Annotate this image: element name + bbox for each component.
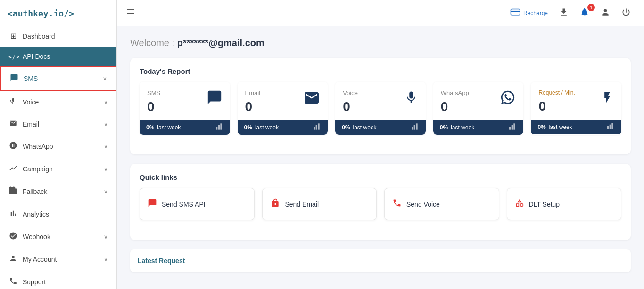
- whatsapp-card-value: 0: [441, 99, 469, 114]
- recharge-button[interactable]: Recharge: [506, 6, 552, 20]
- todays-report-title: Today's Report: [140, 67, 621, 75]
- todays-report-section: Today's Report SMS 0 0%: [130, 58, 631, 154]
- welcome-prefix: Welcome :: [130, 38, 177, 48]
- email-bar-icon: [314, 123, 321, 131]
- quick-links-title: Quick links: [140, 173, 621, 181]
- send-sms-icon: [148, 198, 157, 210]
- svg-rect-6: [316, 125, 317, 130]
- email-week-label: last week: [255, 124, 279, 131]
- sidebar-item-label: Dashboard: [23, 32, 55, 40]
- dlt-setup-icon: [515, 198, 524, 210]
- sidebar-item-sms[interactable]: SMS ∨: [0, 66, 116, 91]
- campaign-chevron-icon: ∨: [104, 166, 108, 172]
- svg-rect-13: [514, 123, 515, 129]
- voice-card-label: Voice: [343, 89, 358, 96]
- sidebar-item-fallback[interactable]: Fallback ∨: [0, 180, 116, 203]
- send-voice-icon: [392, 198, 402, 210]
- sidebar-item-dashboard[interactable]: ⊞ Dashboard: [0, 25, 116, 47]
- quick-link-send-voice[interactable]: Send Voice: [384, 188, 499, 220]
- sms-card-label: SMS: [147, 89, 160, 96]
- webhook-chevron-icon: ∨: [104, 233, 108, 240]
- download-button[interactable]: [555, 6, 572, 20]
- email-card-bottom: 0% last week: [238, 120, 328, 135]
- request-card-label: Request / Min.: [538, 89, 575, 96]
- svg-rect-16: [611, 123, 613, 129]
- request-card-bottom: 0% last week: [531, 120, 621, 134]
- sidebar-item-email[interactable]: Email ∨: [0, 113, 116, 135]
- voice-report-card: Voice 0 0% last week: [335, 82, 426, 135]
- sidebar-item-label: Analytics: [23, 210, 49, 218]
- sidebar-item-api-docs[interactable]: </> API Docs: [0, 47, 116, 66]
- notification-button[interactable]: 1: [576, 6, 593, 20]
- whatsapp-card-bottom: 0% last week: [433, 120, 524, 135]
- sidebar-logo: <authkey.io/>: [0, 0, 116, 25]
- notification-badge: 1: [587, 4, 595, 11]
- whatsapp-card-label: WhatsApp: [441, 89, 469, 96]
- svg-rect-10: [416, 123, 417, 129]
- sms-bar-icon: [216, 123, 223, 131]
- email-pct: 0%: [244, 124, 252, 131]
- power-button[interactable]: [618, 6, 635, 20]
- request-pct: 0%: [537, 124, 545, 130]
- voice-week-label: last week: [353, 124, 377, 131]
- svg-rect-11: [509, 127, 511, 130]
- sms-report-card: SMS 0 0% last week: [140, 82, 230, 135]
- quick-link-send-sms[interactable]: Send SMS API: [140, 188, 255, 220]
- dlt-setup-label: DLT Setup: [529, 201, 560, 208]
- sidebar-item-my-account[interactable]: My Account ∨: [0, 248, 116, 271]
- sidebar-item-analytics[interactable]: Analytics: [0, 203, 116, 225]
- download-icon: [559, 8, 569, 18]
- sidebar-item-label: Support: [23, 278, 46, 286]
- welcome-user: p*******@gmail.com: [177, 38, 264, 48]
- whatsapp-week-label: last week: [451, 124, 474, 131]
- power-icon: [621, 8, 631, 18]
- welcome-message: Welcome : p*******@gmail.com: [130, 38, 631, 48]
- send-voice-label: Send Voice: [406, 201, 440, 208]
- sidebar-item-label: Email: [23, 120, 39, 128]
- email-card-label: Email: [245, 89, 261, 96]
- svg-rect-4: [220, 123, 222, 129]
- request-week-label: last week: [549, 124, 572, 130]
- sidebar-item-support[interactable]: Support: [0, 271, 116, 289]
- svg-rect-1: [511, 11, 520, 12]
- content-area: Welcome : p*******@gmail.com Today's Rep…: [117, 26, 644, 289]
- svg-rect-12: [512, 125, 513, 130]
- sidebar-item-label: My Account: [23, 256, 57, 263]
- sidebar-item-whatsapp[interactable]: WhatsApp ∨: [0, 135, 116, 158]
- whatsapp-pct: 0%: [440, 124, 448, 131]
- request-report-card: Request / Min. 0 0% last week: [531, 82, 621, 135]
- svg-rect-14: [607, 126, 609, 129]
- sidebar-item-webhook[interactable]: Webhook ∨: [0, 225, 116, 248]
- svg-rect-3: [218, 125, 219, 130]
- request-bar-icon: [607, 123, 615, 131]
- send-email-label: Send Email: [285, 201, 319, 208]
- latest-request-section: Latest Request: [130, 249, 631, 272]
- request-card-value: 0: [538, 99, 575, 114]
- user-button[interactable]: [597, 6, 614, 20]
- analytics-icon: [8, 209, 18, 219]
- quick-link-dlt-setup[interactable]: DLT Setup: [507, 188, 622, 220]
- whatsapp-card-icon: [500, 89, 516, 109]
- whatsapp-bar-icon: [509, 123, 517, 131]
- sms-card-value: 0: [147, 99, 160, 114]
- sidebar-item-label: Fallback: [23, 188, 47, 195]
- email-card-icon: [303, 89, 320, 107]
- voice-bar-icon: [412, 123, 419, 131]
- sidebar-item-label: API Docs: [23, 53, 50, 60]
- sidebar-item-label: Campaign: [23, 165, 53, 173]
- menu-toggle-icon[interactable]: ☰: [126, 8, 135, 19]
- voice-card-bottom: 0% last week: [335, 120, 426, 135]
- voice-card-icon: [404, 89, 418, 109]
- voice-icon: [8, 97, 18, 107]
- sidebar-item-campaign[interactable]: Campaign ∨: [0, 158, 116, 180]
- voice-pct: 0%: [342, 124, 350, 131]
- sidebar-item-label: SMS: [24, 75, 38, 82]
- report-cards: SMS 0 0% last week: [140, 82, 621, 135]
- quick-link-send-email[interactable]: Send Email: [262, 188, 377, 220]
- svg-rect-9: [413, 125, 415, 130]
- quick-links-section: Quick links Send SMS API Send Email: [130, 164, 631, 240]
- whatsapp-chevron-icon: ∨: [104, 143, 108, 150]
- fallback-chevron-icon: ∨: [104, 188, 108, 195]
- sidebar-item-voice[interactable]: Voice ∨: [0, 91, 116, 113]
- voice-card-value: 0: [343, 99, 358, 114]
